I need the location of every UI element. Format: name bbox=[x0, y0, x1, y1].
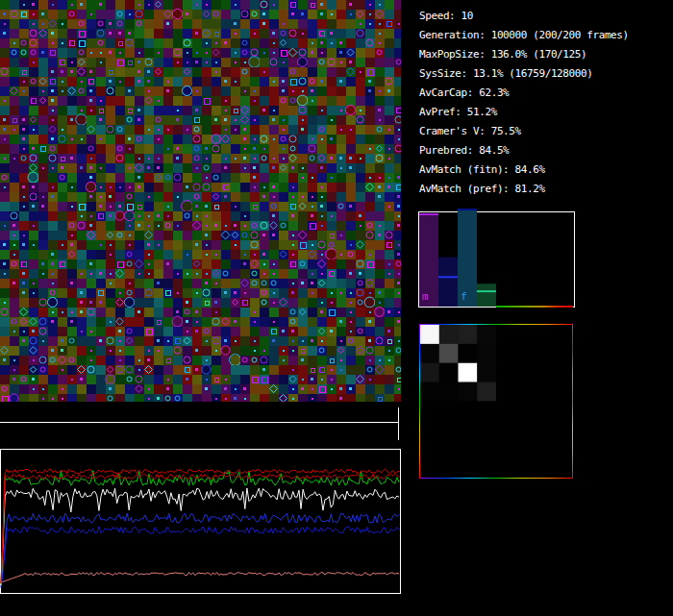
stat-purebred: Purebred: 84.5% bbox=[419, 141, 629, 160]
population-grid-canvas[interactable] bbox=[0, 0, 401, 402]
stat-speed: Speed: 10 bbox=[419, 7, 629, 26]
stat-avcarcap: AvCarCap: 62.3% bbox=[419, 84, 629, 103]
stat-generation: Generation: 100000 (200/200 frames) bbox=[419, 26, 629, 45]
stat-avpref: AvPref: 51.2% bbox=[419, 103, 629, 122]
sex-histogram-canvas bbox=[418, 207, 576, 308]
stat-maxpopsize: MaxPopSize: 136.0% (170/125) bbox=[419, 45, 629, 64]
history-chart-canvas bbox=[0, 449, 401, 594]
stats-panel: Speed: 10 Generation: 100000 (200/200 fr… bbox=[419, 7, 629, 199]
stat-cramers-v: Cramer's V: 75.5% bbox=[419, 122, 629, 141]
pairing-heatmap-canvas bbox=[419, 324, 573, 479]
separator-tick bbox=[398, 407, 399, 440]
separator-line bbox=[0, 422, 398, 423]
stat-avmatch-pref: AvMatch (pref): 81.2% bbox=[419, 180, 629, 199]
stat-avmatch-fitn: AvMatch (fitn): 84.6% bbox=[419, 160, 629, 180]
stat-syssize: SysSize: 13.1% (16759/128000) bbox=[419, 64, 629, 84]
